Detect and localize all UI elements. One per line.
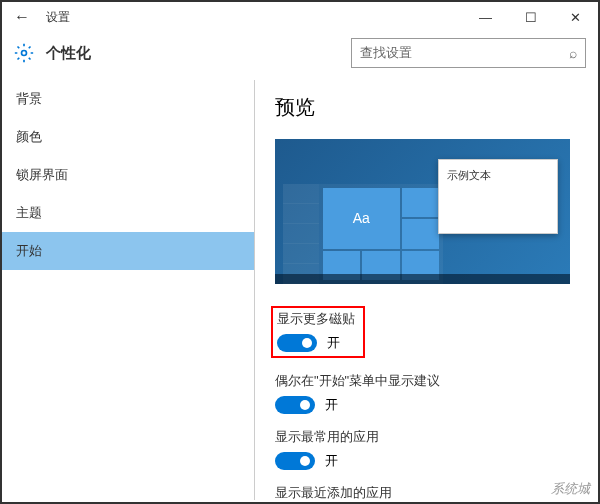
setting-label: 显示更多磁贴 bbox=[277, 310, 355, 328]
preview-sample-window: 示例文本 bbox=[438, 159, 558, 234]
search-input[interactable]: 查找设置 ⌕ bbox=[351, 38, 586, 68]
titlebar: ← 设置 — ☐ ✕ bbox=[2, 2, 598, 32]
content: 预览 Aa 示例文本 显示更多磁贴 开 偶尔在"开始"菜单中显示建议 bbox=[255, 80, 598, 500]
sidebar-item-colors[interactable]: 颜色 bbox=[2, 118, 254, 156]
toggle-show-more-tiles[interactable] bbox=[277, 334, 317, 352]
search-icon: ⌕ bbox=[569, 45, 577, 61]
watermark: 系统城 bbox=[551, 480, 590, 498]
sidebar-item-lockscreen[interactable]: 锁屏界面 bbox=[2, 156, 254, 194]
setting-most-used: 显示最常用的应用 开 bbox=[275, 428, 578, 470]
body: 背景 颜色 锁屏界面 主题 开始 预览 Aa 示例文本 显示更多磁贴 开 bbox=[2, 80, 598, 500]
toggle-state: 开 bbox=[325, 452, 338, 470]
setting-recently-added: 显示最近添加的应用 开 bbox=[275, 484, 578, 500]
setting-label: 偶尔在"开始"菜单中显示建议 bbox=[275, 372, 578, 390]
toggle-show-suggestions[interactable] bbox=[275, 396, 315, 414]
header: 个性化 查找设置 ⌕ bbox=[2, 32, 598, 80]
maximize-button[interactable]: ☐ bbox=[508, 2, 553, 32]
close-button[interactable]: ✕ bbox=[553, 2, 598, 32]
sidebar: 背景 颜色 锁屏界面 主题 开始 bbox=[2, 80, 255, 500]
toggle-state: 开 bbox=[327, 334, 340, 352]
window-title: 设置 bbox=[42, 9, 70, 26]
gear-icon bbox=[14, 43, 34, 63]
preview-tile-accent: Aa bbox=[323, 188, 400, 249]
setting-label: 显示最常用的应用 bbox=[275, 428, 578, 446]
sidebar-item-themes[interactable]: 主题 bbox=[2, 194, 254, 232]
back-button[interactable]: ← bbox=[2, 8, 42, 26]
setting-show-more-tiles: 显示更多磁贴 开 bbox=[271, 306, 365, 358]
preview-taskbar bbox=[275, 274, 570, 284]
sidebar-item-background[interactable]: 背景 bbox=[2, 80, 254, 118]
setting-label: 显示最近添加的应用 bbox=[275, 484, 578, 500]
page-title: 个性化 bbox=[46, 44, 91, 63]
setting-show-suggestions: 偶尔在"开始"菜单中显示建议 开 bbox=[275, 372, 578, 414]
toggle-most-used[interactable] bbox=[275, 452, 315, 470]
preview-heading: 预览 bbox=[275, 94, 578, 121]
svg-point-0 bbox=[22, 51, 27, 56]
preview-thumbnail: Aa 示例文本 bbox=[275, 139, 570, 284]
sidebar-item-start[interactable]: 开始 bbox=[2, 232, 254, 270]
toggle-state: 开 bbox=[325, 396, 338, 414]
search-placeholder: 查找设置 bbox=[360, 44, 569, 62]
window-controls: — ☐ ✕ bbox=[463, 2, 598, 32]
minimize-button[interactable]: — bbox=[463, 2, 508, 32]
preview-start-menu: Aa bbox=[283, 184, 443, 284]
